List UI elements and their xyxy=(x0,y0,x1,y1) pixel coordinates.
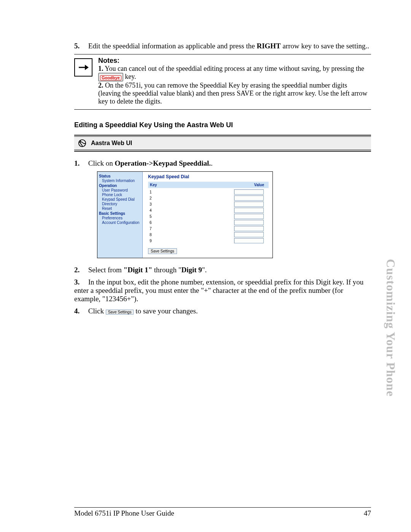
step-b4-post: to save your changes. xyxy=(135,307,198,315)
table-row: 8 xyxy=(148,232,269,238)
col-value: Value xyxy=(234,183,264,187)
table-row: 3 xyxy=(148,201,269,207)
footer-left: Model 6751i IP Phone User Guide xyxy=(74,509,174,518)
value-cell xyxy=(233,214,264,219)
key-cell: 1 xyxy=(150,190,233,194)
step-5: 5. Edit the speeddial information as app… xyxy=(74,42,371,50)
step-b2-text: Select from "Digit 1" through "Digit 9". xyxy=(88,266,207,274)
value-input[interactable] xyxy=(234,226,264,231)
step-b4-pre: Click xyxy=(88,307,106,315)
nav-directory[interactable]: Directory xyxy=(102,202,141,206)
key-cell: 5 xyxy=(150,214,233,219)
notes-title: Notes: xyxy=(98,57,119,64)
step-5-bold: RIGHT xyxy=(256,42,280,50)
nav-account-config[interactable]: Account Configuration xyxy=(102,220,141,225)
goodbye-label: Goodbye xyxy=(100,75,121,80)
table-row: 5 xyxy=(148,213,269,219)
webui-bar-label: Aastra Web UI xyxy=(91,140,132,147)
webui-bar: Aastra Web UI xyxy=(74,135,371,152)
nav-phone-lock[interactable]: Phone Lock xyxy=(102,193,141,197)
goodbye-key-icon: Goodbye xyxy=(98,73,123,81)
footer-right: 47 xyxy=(364,509,371,518)
webui-bar-inner: Aastra Web UI xyxy=(74,136,371,150)
key-cell: 6 xyxy=(150,220,233,225)
save-settings-inline-icon: Save Settings xyxy=(106,310,134,315)
globe-icon xyxy=(78,139,86,147)
step-b2-post: ". xyxy=(202,266,207,274)
nav-basic-settings[interactable]: Basic Settings xyxy=(99,211,141,216)
value-input[interactable] xyxy=(234,189,264,195)
value-cell xyxy=(233,195,264,201)
value-cell xyxy=(233,232,264,237)
nav-user-password[interactable]: User Password xyxy=(102,188,141,192)
value-input[interactable] xyxy=(234,208,264,213)
table-row: 1 xyxy=(148,189,269,195)
key-cell: 8 xyxy=(150,233,233,237)
step-b3-num: 3. xyxy=(74,278,86,286)
value-input[interactable] xyxy=(234,232,264,237)
step-b1-post: . xyxy=(211,159,213,167)
note1-a: You can cancel out of the speeddial edit… xyxy=(105,65,364,72)
step-b4: 4. Click Save Settings to save your chan… xyxy=(74,307,371,315)
nav-operation[interactable]: Operation xyxy=(99,184,141,188)
note2-text: On the 6751i, you can remove the Speeddi… xyxy=(98,81,367,105)
value-cell xyxy=(233,220,264,225)
nav-system-info[interactable]: System Information xyxy=(102,179,141,183)
svg-marker-1 xyxy=(85,65,89,70)
table-row: 4 xyxy=(148,207,269,213)
key-cell: 2 xyxy=(150,196,233,200)
step-b2-mid: through " xyxy=(152,266,181,274)
step-5-text: Edit the speeddial information as applic… xyxy=(88,42,369,50)
arrow-icon xyxy=(74,58,92,77)
nav-status[interactable]: Status xyxy=(99,174,141,178)
save-settings-button[interactable]: Save Settings xyxy=(148,248,177,254)
step-b1: 1. Click on Operation->Keypad Speeddial.… xyxy=(74,159,371,168)
key-cell: 4 xyxy=(150,208,233,212)
page: 5. Edit the speeddial information as app… xyxy=(0,0,411,532)
value-cell xyxy=(233,189,264,195)
table-row: 7 xyxy=(148,225,269,232)
footer-rule xyxy=(74,507,371,508)
webui-main: Keypad Speed Dial Key Value 123456789 Sa… xyxy=(143,172,272,258)
nav-keypad-speed-dial[interactable]: Keypad Speed Dial xyxy=(102,197,141,201)
nav-preferences[interactable]: Preferences xyxy=(102,216,141,220)
table-row: 2 xyxy=(148,195,269,201)
note2-num: 2. xyxy=(98,81,104,89)
step-5-post: arrow key to save the setting.. xyxy=(281,42,369,50)
note1-b: key. xyxy=(125,73,136,80)
step-b2-pre: Select from xyxy=(88,266,124,274)
webui-nav: Status System Information Operation User… xyxy=(97,172,143,258)
step-b3: 3. In the input box, edit the phone numb… xyxy=(74,278,371,303)
footer: Model 6751i IP Phone User Guide 47 xyxy=(74,509,371,518)
note1-num: 1. xyxy=(98,65,104,72)
step-b1-text: Click on Operation->Keypad Speeddial.. xyxy=(88,159,213,167)
value-cell xyxy=(233,226,264,231)
notes-body: Notes: 1. You can cancel out of the spee… xyxy=(98,57,371,105)
table-row: 9 xyxy=(148,238,269,244)
nav-reset[interactable]: Reset xyxy=(102,206,141,211)
step-b4-num: 4. xyxy=(74,307,86,315)
step-b2-bold1: "Digit 1" xyxy=(124,266,152,274)
value-input[interactable] xyxy=(234,214,264,219)
value-input[interactable] xyxy=(234,201,264,207)
webui-rows: 123456789 xyxy=(148,188,269,244)
value-input[interactable] xyxy=(234,195,264,201)
step-b2-num: 2. xyxy=(74,266,86,274)
value-cell xyxy=(233,238,264,243)
value-input[interactable] xyxy=(234,238,264,243)
step-b4-text: Click Save Settings to save your changes… xyxy=(88,307,198,315)
side-title: Customizing Your Phone xyxy=(384,259,398,397)
col-key: Key xyxy=(150,183,234,187)
webui-header: Key Value xyxy=(148,182,269,188)
webui-screenshot: Status System Information Operation User… xyxy=(97,171,273,258)
step-b3-text: In the input box, edit the phone number,… xyxy=(74,278,363,303)
notes-box: Notes: 1. You can cancel out of the spee… xyxy=(74,54,371,110)
value-input[interactable] xyxy=(234,220,264,225)
step-5-num: 5. xyxy=(74,42,86,50)
step-b2: 2. Select from "Digit 1" through "Digit … xyxy=(74,266,371,274)
section-heading: Editing a Speeddial Key Using the Aastra… xyxy=(74,121,371,129)
step-5-pre: Edit the speeddial information as applic… xyxy=(88,42,257,50)
table-row: 6 xyxy=(148,219,269,225)
step-b1-bold: Operation->Keypad Speeddial. xyxy=(115,159,211,167)
key-cell: 3 xyxy=(150,202,233,206)
